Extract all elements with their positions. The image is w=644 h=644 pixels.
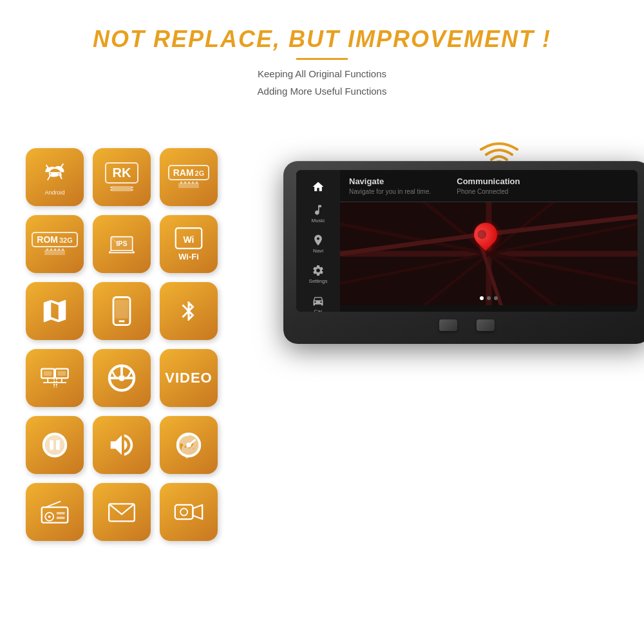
ram-text: RAM [173,167,194,178]
nav-music[interactable]: Music [296,198,340,229]
svg-rect-13 [46,249,48,251]
title-underline [296,58,348,60]
rom-icon-box: ROM 32G [26,215,84,273]
svg-rect-12 [44,250,65,255]
dot-1 [480,296,484,300]
ips-icon-box: IPS [93,215,151,273]
svg-rect-14 [50,249,52,251]
radio-icon-box [26,483,84,541]
screen-sidebar: Music Navi Settings Car [296,170,340,312]
nav-navi-label: Navi [313,248,323,254]
carplay-icon-box [26,416,84,474]
svg-rect-32 [44,371,52,375]
svg-rect-34 [58,371,66,375]
steering-icon-box [93,349,151,407]
svg-rect-9 [188,182,190,184]
svg-rect-1 [111,186,132,191]
wifi-icon-box: Wi ▪▪▪ Wi-Fi [160,215,218,273]
mirror-icon-box [26,349,84,407]
speedometer-icon-box [160,416,218,474]
map-icon-box [26,282,84,340]
svg-marker-56 [193,505,202,519]
svg-rect-52 [57,512,65,515]
screen-pagination-dots [480,296,498,300]
video-icon-box: VIDEO [160,349,218,407]
map-pin [474,223,497,251]
main-title: NOT REPLACE, BUT IMPROVEMENT ! [0,26,644,53]
bluetooth-icon-box [160,282,218,340]
svg-point-41 [118,375,125,381]
svg-line-66 [478,216,638,235]
features-grid: Android RK RAM 2G ROM 32G [26,148,218,541]
nav-home[interactable] [296,175,340,198]
svg-rect-8 [184,182,186,184]
device-knob-left[interactable] [439,319,457,331]
page-header: NOT REPLACE, BUT IMPROVEMENT ! Keeping A… [0,0,644,106]
ram-size: 2G [195,169,205,177]
map-area [340,202,638,305]
navigate-section: Navigate Navigate for you in real time. [349,176,431,195]
email-icon-box [93,483,151,541]
content-top-bar: Navigate Navigate for you in real time. … [340,170,638,202]
rom-text: ROM [37,234,58,245]
rom-size: 32G [59,236,73,244]
subtitle: Keeping All Original Functions Adding Mo… [0,65,644,100]
svg-text:IPS: IPS [116,240,127,247]
communication-section: Communication Phone Connected [457,176,520,195]
svg-rect-16 [58,249,60,251]
ram-icon-box: RAM 2G [160,148,218,206]
svg-line-49 [46,501,61,507]
svg-rect-11 [196,182,198,184]
communication-desc: Phone Connected [457,188,520,195]
car-unit-device: Music Navi Settings Car [283,161,644,344]
navigate-title: Navigate [349,176,431,186]
camera-icon-box [160,483,218,541]
communication-title: Communication [457,176,520,186]
svg-rect-2 [110,187,112,188]
screen-main-content: Navigate Navigate for you in real time. … [340,170,638,312]
wifi-label-text: Wi-Fi [178,252,199,261]
svg-point-57 [180,508,187,515]
nav-settings-label: Settings [309,278,328,284]
android-icon-box: Android [26,148,84,206]
nav-navi[interactable]: Navi [296,229,340,259]
device-outer: Music Navi Settings Car [283,161,644,344]
svg-point-51 [48,516,51,518]
svg-rect-17 [62,249,64,251]
svg-rect-4 [131,187,133,188]
device-screen: Music Navi Settings Car [296,170,638,312]
rk-text: RK [113,166,131,180]
video-text: VIDEO [165,370,212,386]
nav-settings[interactable]: Settings [296,259,340,289]
device-knob-right[interactable] [477,319,495,331]
rk-icon-box: RK [93,148,151,206]
svg-rect-55 [175,505,193,519]
svg-rect-5 [131,189,133,191]
svg-rect-30 [115,300,128,319]
dot-2 [487,296,491,300]
nav-music-label: Music [312,218,325,223]
dot-3 [494,296,498,300]
android-label: Android [44,189,64,196]
nav-car-label: Car [314,308,323,312]
svg-rect-53 [57,516,65,519]
map-background [340,202,638,305]
svg-rect-7 [180,182,182,184]
svg-rect-10 [192,182,194,184]
svg-rect-15 [54,249,56,251]
nav-car[interactable]: Car [296,289,340,312]
svg-text:▪▪▪: ▪▪▪ [186,238,191,242]
svg-rect-6 [178,183,199,188]
svg-rect-3 [110,189,112,191]
navigate-desc: Navigate for you in real time. [349,188,431,195]
phone-icon-box [93,282,151,340]
speaker-icon-box [93,416,151,474]
device-bottom-controls [296,312,638,331]
